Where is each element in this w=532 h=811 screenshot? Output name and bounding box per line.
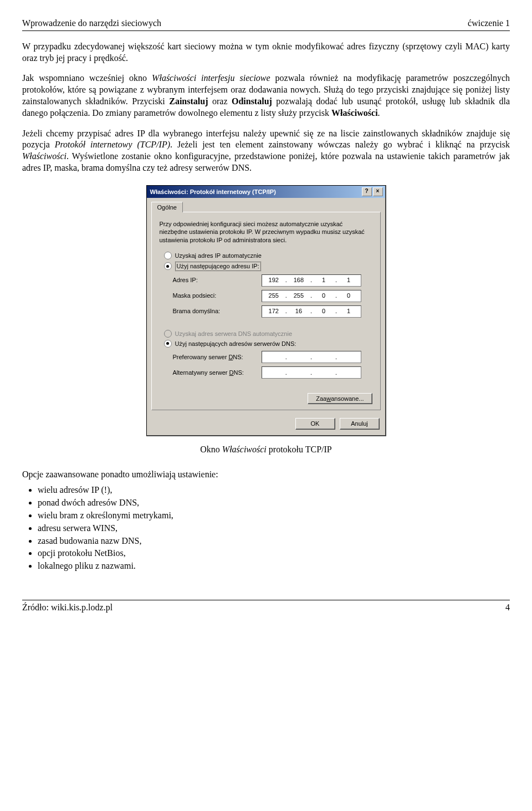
tcpip-properties-dialog: Właściwości: Protokół internetowy (TCP/I… bbox=[146, 185, 386, 436]
field-dns-preferred: Preferowany serwer DNS: . . . bbox=[173, 351, 372, 363]
paragraph-4: Opcje zaawansowane ponadto umożliwiają u… bbox=[22, 469, 510, 481]
input-ip[interactable]: 192. 168. 1. 1 bbox=[262, 274, 361, 287]
dialog-titlebar: Właściwości: Protokół internetowy (TCP/I… bbox=[147, 186, 385, 198]
input-dns-preferred[interactable]: . . . bbox=[262, 351, 361, 363]
help-button[interactable]: ? bbox=[362, 187, 372, 196]
tab-content: Przy odpowiedniej konfiguracji sieci moż… bbox=[151, 212, 381, 410]
label-ip: Adres IP: bbox=[173, 276, 262, 284]
close-button[interactable]: × bbox=[373, 187, 383, 196]
field-dns-alternate: Alternatywny serwer DNS: . . . bbox=[173, 366, 372, 379]
input-mask[interactable]: 255. 255. 0. 0 bbox=[262, 290, 361, 302]
label-gateway: Brama domyślna: bbox=[173, 307, 262, 315]
dialog-title: Właściwości: Protokół internetowy (TCP/I… bbox=[150, 188, 276, 196]
radio-label: Uzyskaj adres IP automatycznie bbox=[175, 252, 262, 259]
cancel-button[interactable]: Anuluj bbox=[340, 418, 380, 429]
radio-label: Użyj następującego adresu IP: bbox=[175, 262, 261, 271]
radio-icon bbox=[164, 252, 172, 259]
footer-source: Źródło: wiki.kis.p.lodz.pl bbox=[22, 602, 112, 614]
dialog-footer: OK Anuluj bbox=[147, 415, 385, 435]
field-gateway: Brama domyślna: 172. 16. 0. 1 bbox=[173, 305, 372, 318]
figure-caption: Okno Właściwości protokołu TCP/IP bbox=[200, 444, 332, 456]
footer-page-number: 4 bbox=[505, 602, 510, 614]
tab-general[interactable]: Ogólne bbox=[151, 202, 183, 212]
header-left: Wprowadzenie do narzędzi sieciowych bbox=[22, 18, 161, 29]
input-gateway[interactable]: 172. 16. 0. 1 bbox=[262, 305, 361, 318]
advanced-options-list: wielu adresów IP (!), ponad dwóch adresó… bbox=[38, 484, 510, 572]
label-mask: Maska podsieci: bbox=[173, 292, 262, 299]
ok-button[interactable]: OK bbox=[295, 418, 335, 429]
label-dns-alternate: Alternatywny serwer DNS: bbox=[173, 369, 262, 376]
header-right: ćwiczenie 1 bbox=[468, 18, 510, 29]
page-header: Wprowadzenie do narzędzi sieciowych ćwic… bbox=[22, 18, 510, 31]
page-footer: Źródło: wiki.kis.p.lodz.pl 4 bbox=[22, 600, 510, 614]
paragraph-2: Jak wspomniano wcześniej okno Właściwośc… bbox=[22, 73, 510, 119]
list-item: adresu serwera WINS, bbox=[38, 523, 510, 534]
field-mask: Maska podsieci: 255. 255. 0. 0 bbox=[173, 290, 372, 302]
dialog-figure: Właściwości: Protokół internetowy (TCP/I… bbox=[22, 185, 510, 456]
paragraph-1: W przypadku zdecydowanej większość kart … bbox=[22, 41, 510, 64]
radio-icon bbox=[164, 330, 172, 338]
radio-label: Uzyskaj adres serwera DNS automatycznie bbox=[175, 330, 293, 338]
list-item: ponad dwóch adresów DNS, bbox=[38, 497, 510, 509]
advanced-button[interactable]: Zaawansowane... bbox=[308, 393, 372, 404]
tab-strip: Ogólne bbox=[147, 198, 385, 212]
field-ip: Adres IP: 192. 168. 1. 1 bbox=[173, 274, 372, 287]
paragraph-3: Jeżeli chcemy przypisać adres IP dla wyb… bbox=[22, 128, 510, 174]
radio-dns-auto: Uzyskaj adres serwera DNS automatycznie bbox=[164, 330, 372, 338]
list-item: zasad budowania nazw DNS, bbox=[38, 535, 510, 547]
list-item: opcji protokołu NetBios, bbox=[38, 548, 510, 559]
radio-ip-manual[interactable]: Użyj następującego adresu IP: bbox=[164, 262, 372, 271]
label-dns-preferred: Preferowany serwer DNS: bbox=[173, 353, 262, 361]
list-item: lokalnego pliku z nazwami. bbox=[38, 560, 510, 572]
radio-ip-auto[interactable]: Uzyskaj adres IP automatycznie bbox=[164, 252, 372, 259]
radio-icon bbox=[164, 340, 172, 348]
list-item: wielu bram z określonymi metrykami, bbox=[38, 510, 510, 522]
list-item: wielu adresów IP (!), bbox=[38, 484, 510, 496]
input-dns-alternate[interactable]: . . . bbox=[262, 366, 361, 379]
radio-dns-manual[interactable]: Użyj następujących adresów serwerów DNS: bbox=[164, 340, 372, 348]
radio-icon bbox=[164, 262, 172, 270]
dialog-description: Przy odpowiedniej konfiguracji sieci moż… bbox=[160, 220, 372, 244]
radio-label: Użyj następujących adresów serwerów DNS: bbox=[175, 340, 296, 348]
